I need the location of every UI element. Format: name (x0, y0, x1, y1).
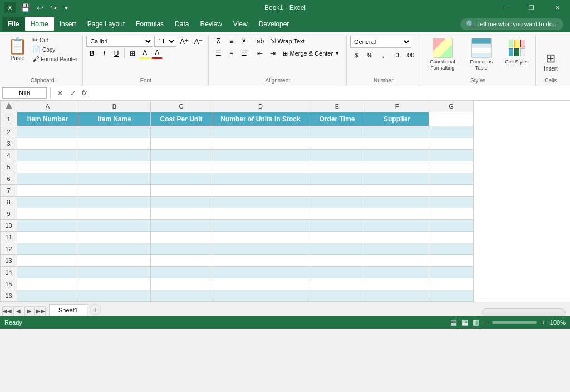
merge-center-button[interactable]: ⊞ Merge & Center ▼ (279, 48, 343, 59)
cell-b16[interactable] (78, 290, 151, 301)
name-box[interactable] (2, 87, 47, 99)
cell-d12[interactable] (212, 243, 309, 254)
align-middle-btn[interactable]: ≡ (225, 36, 237, 47)
sheet-tab-1[interactable]: Sheet1 (49, 304, 87, 316)
menu-developer[interactable]: Developer (253, 17, 295, 31)
row-header-10[interactable]: 10 (1, 219, 17, 231)
decrease-indent-btn[interactable]: ⇤ (254, 48, 266, 59)
cell-e6[interactable] (309, 173, 365, 184)
row-header-16[interactable]: 16 (1, 290, 17, 301)
cell-c4[interactable] (151, 149, 212, 161)
redo-btn[interactable]: ↪ (48, 3, 58, 12)
normal-view-btn[interactable]: ▤ (450, 318, 457, 326)
cell-d6[interactable] (212, 173, 309, 184)
italic-btn[interactable]: I (99, 48, 110, 59)
cell-d5[interactable] (212, 161, 309, 173)
cell-b6[interactable] (78, 173, 151, 184)
align-left-btn[interactable]: ☰ (212, 48, 224, 59)
comma-btn[interactable]: , (377, 50, 389, 61)
format-painter-button[interactable]: 🖌 Format Painter (31, 55, 79, 63)
cell-c10[interactable] (151, 219, 212, 231)
row-header-15[interactable]: 15 (1, 278, 17, 290)
underline-btn[interactable]: U (111, 48, 122, 59)
insert-cells-button[interactable]: ⊞ Insert (539, 50, 562, 74)
quick-save-btn[interactable]: 💾 (19, 3, 32, 12)
menu-insert[interactable]: Insert (54, 17, 82, 31)
cell-b13[interactable] (78, 254, 151, 266)
cell-g1[interactable] (429, 112, 474, 126)
cell-e8[interactable] (309, 196, 365, 208)
cell-c14[interactable] (151, 266, 212, 278)
cell-f1[interactable]: Supplier (365, 112, 429, 126)
cell-e7[interactable] (309, 184, 365, 196)
cell-f10[interactable] (365, 219, 429, 231)
cell-d7[interactable] (212, 184, 309, 196)
page-break-btn[interactable]: ▥ (473, 318, 479, 326)
cell-f7[interactable] (365, 184, 429, 196)
cell-c9[interactable] (151, 208, 212, 219)
cell-d2[interactable] (212, 126, 309, 138)
cell-a15[interactable] (17, 278, 78, 290)
col-header-a[interactable]: A (17, 101, 78, 112)
cell-c8[interactable] (151, 196, 212, 208)
cell-e1[interactable]: Order Time (309, 112, 365, 126)
cell-f5[interactable] (365, 161, 429, 173)
cell-a14[interactable] (17, 266, 78, 278)
cell-b3[interactable] (78, 138, 151, 149)
cell-f3[interactable] (365, 138, 429, 149)
cell-g9[interactable] (429, 208, 474, 219)
cell-f2[interactable] (365, 126, 429, 138)
cell-d9[interactable] (212, 208, 309, 219)
menu-data[interactable]: Data (169, 17, 194, 31)
cell-a13[interactable] (17, 254, 78, 266)
row-header-9[interactable]: 9 (1, 208, 17, 219)
increase-font-btn[interactable]: A⁺ (178, 36, 191, 47)
fill-color-btn[interactable]: A (139, 48, 150, 59)
row-header-3[interactable]: 3 (1, 138, 17, 149)
align-bottom-btn[interactable]: ⊻ (238, 36, 250, 47)
last-sheet-btn[interactable]: ▶▶ (36, 306, 46, 316)
cell-c13[interactable] (151, 254, 212, 266)
formula-input[interactable] (90, 87, 568, 99)
row-header-4[interactable]: 4 (1, 149, 17, 161)
cell-a3[interactable] (17, 138, 78, 149)
row-header-6[interactable]: 6 (1, 173, 17, 184)
cell-g6[interactable] (429, 173, 474, 184)
row-header-1[interactable]: 1 (1, 112, 17, 126)
cell-b14[interactable] (78, 266, 151, 278)
align-top-btn[interactable]: ⊼ (212, 36, 224, 47)
col-header-b[interactable]: B (78, 101, 151, 112)
cell-g15[interactable] (429, 278, 474, 290)
cell-c3[interactable] (151, 138, 212, 149)
zoom-out-btn[interactable]: − (484, 318, 488, 326)
row-header-14[interactable]: 14 (1, 266, 17, 278)
cell-d4[interactable] (212, 149, 309, 161)
cell-e3[interactable] (309, 138, 365, 149)
cell-d14[interactable] (212, 266, 309, 278)
format-as-table-button[interactable]: Format as Table (463, 36, 500, 74)
add-sheet-btn[interactable]: + (90, 304, 101, 315)
cell-d10[interactable] (212, 219, 309, 231)
cell-c16[interactable] (151, 290, 212, 301)
cell-f15[interactable] (365, 278, 429, 290)
cell-e13[interactable] (309, 254, 365, 266)
cell-a7[interactable] (17, 184, 78, 196)
cell-b5[interactable] (78, 161, 151, 173)
cell-c6[interactable] (151, 173, 212, 184)
cell-a11[interactable] (17, 231, 78, 243)
cell-d15[interactable] (212, 278, 309, 290)
menu-file[interactable]: File (2, 17, 25, 31)
more-btn[interactable]: ▼ (62, 5, 71, 11)
font-color-btn[interactable]: A (151, 48, 163, 59)
cell-a16[interactable] (17, 290, 78, 301)
cell-b12[interactable] (78, 243, 151, 254)
row-header-13[interactable]: 13 (1, 254, 17, 266)
cell-c5[interactable] (151, 161, 212, 173)
angle-text-btn[interactable]: ab (254, 36, 266, 47)
cell-a1[interactable]: Item Number (17, 112, 78, 126)
col-header-c[interactable]: C (151, 101, 212, 112)
cell-e14[interactable] (309, 266, 365, 278)
next-sheet-btn[interactable]: ▶ (24, 306, 35, 316)
undo-btn[interactable]: ↩ (35, 3, 45, 12)
cell-e9[interactable] (309, 208, 365, 219)
